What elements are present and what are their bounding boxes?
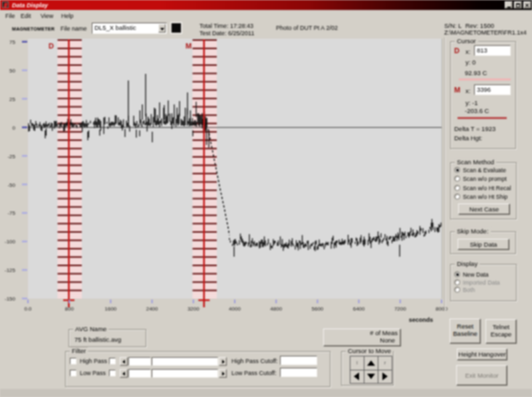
svg-text:3200: 3200 — [188, 306, 200, 312]
svg-text:seconds: seconds — [409, 317, 434, 323]
svg-text:0: 0 — [13, 125, 16, 131]
svg-text:7200: 7200 — [394, 306, 406, 312]
svg-text:-125: -125 — [5, 267, 16, 273]
svg-text:5600: 5600 — [312, 306, 324, 312]
svg-text:-100: -100 — [5, 239, 16, 245]
svg-text:25: 25 — [9, 96, 15, 102]
svg-text:2400: 2400 — [146, 306, 158, 312]
svg-text:D: D — [49, 42, 54, 50]
svg-text:4000: 4000 — [229, 306, 241, 312]
svg-text:M: M — [186, 42, 192, 50]
svg-text:50: 50 — [9, 68, 15, 74]
svg-text:75: 75 — [9, 39, 15, 45]
svg-text:-75: -75 — [7, 210, 15, 216]
svg-text:1600: 1600 — [105, 306, 117, 312]
svg-text:6400: 6400 — [353, 306, 365, 312]
svg-text:-25: -25 — [7, 154, 15, 160]
svg-text:-150: -150 — [5, 296, 16, 302]
svg-text:-50: -50 — [7, 182, 15, 188]
svg-text:4800: 4800 — [270, 306, 282, 312]
svg-text:8000: 8000 — [436, 306, 448, 312]
svg-text:0.0: 0.0 — [24, 306, 32, 312]
svg-text:800: 800 — [65, 306, 74, 312]
